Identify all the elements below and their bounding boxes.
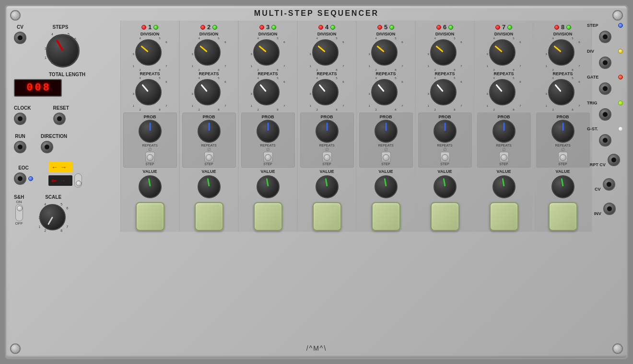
step-2-repeats-toggle-switch[interactable]: [204, 152, 214, 162]
step-1-div-knob[interactable]: [135, 39, 162, 66]
step-2-prob-knob[interactable]: [198, 120, 221, 143]
step-1-repeats-toggle-switch[interactable]: [145, 152, 155, 162]
step-2-repeats-toggle-knob: [206, 154, 212, 161]
step-1-prob-knob[interactable]: [139, 120, 162, 143]
step-7-div-knob[interactable]: [489, 39, 516, 66]
step-6-rep-knob[interactable]: [430, 79, 457, 105]
step-2-button[interactable]: [195, 202, 223, 231]
step-4-button[interactable]: [313, 202, 341, 231]
step-3-repeats-toggle-switch[interactable]: [263, 152, 273, 162]
step-6-repeats-toggle-switch[interactable]: [440, 152, 450, 162]
right-cv-jack[interactable]: [603, 178, 615, 191]
step-8-value-knob[interactable]: [551, 175, 574, 198]
step-1-rep-knob[interactable]: [135, 79, 162, 105]
step-8-div-knob[interactable]: [548, 39, 574, 66]
right-div-jack[interactable]: [599, 57, 611, 69]
run-jack[interactable]: [14, 141, 26, 153]
step-1-button[interactable]: [136, 202, 164, 231]
step-5-value-knob[interactable]: [375, 175, 398, 198]
step-4-div-knob[interactable]: [312, 39, 339, 66]
step-6-button[interactable]: [431, 202, 459, 231]
step-6-prob-knob[interactable]: [434, 120, 457, 143]
step-7-rep-knob[interactable]: [489, 79, 516, 105]
right-gst-jack[interactable]: [599, 134, 611, 147]
step-2-value-knob[interactable]: [198, 175, 221, 198]
direction-jack[interactable]: [41, 141, 53, 153]
step-6-div-knob[interactable]: [430, 39, 457, 66]
step-4-value-knob[interactable]: [316, 175, 339, 198]
right-inv-jack[interactable]: [603, 203, 616, 215]
steps-container: 1 DIVISION 4 5 6 3 7 2 8 1 REPEATS 4 5: [120, 21, 595, 232]
right-step-jack[interactable]: [599, 31, 611, 43]
step-4-prob-knob[interactable]: [316, 120, 339, 143]
step-2-rep-knob[interactable]: [194, 79, 221, 105]
module-body: MULTI-STEP SEQUENCER CV STEPS 4 5 6 3 7 …: [5, 5, 628, 359]
step-8-div-knob-wrapper: 4 5 6 3 7 2 8 1: [546, 37, 580, 71]
corner-screw-tr: [612, 10, 623, 21]
step-3-prob-toggle-row: REPEATS ∅ STEP: [260, 144, 275, 166]
step-1-rep-knob-wrapper: 4 5 6 3 7 2 8 1: [133, 77, 167, 111]
step-2-div-knob-wrapper: 4 5 6 3 7 2 8 1: [192, 37, 226, 71]
right-rptcv-jack[interactable]: [608, 154, 620, 166]
step-2-header: 2: [200, 23, 217, 31]
step-3-rep-knob[interactable]: [253, 79, 280, 105]
step-col-3: 3 DIVISION 4 5 6 3 7 2 8 1 REPEATS 4 5: [238, 21, 297, 232]
step-4-rep-knob[interactable]: [312, 79, 339, 105]
right-gate-led: [618, 75, 623, 80]
step-4-repeats-toggle-switch[interactable]: [322, 152, 332, 162]
step-3-button[interactable]: [254, 202, 282, 231]
step-5-div-knob[interactable]: [371, 39, 398, 66]
right-gate-row: GATE: [587, 75, 623, 80]
step-5-button[interactable]: [372, 202, 400, 231]
step-6-led-green: [448, 25, 453, 30]
step-7-repeats-toggle-switch[interactable]: [499, 152, 509, 162]
step-8-prob-knob[interactable]: [551, 120, 574, 143]
step-7-prob-knob[interactable]: [492, 120, 516, 143]
step-7-value-knob[interactable]: [492, 175, 516, 198]
steps-knob[interactable]: [46, 34, 80, 68]
step-8-prob-label: PROB: [556, 114, 569, 119]
step-5-prob-knob[interactable]: [375, 120, 398, 143]
clock-jack[interactable]: [14, 113, 26, 125]
step-6-value-knob[interactable]: [434, 175, 457, 198]
sh-toggle[interactable]: [15, 204, 23, 221]
step-3-value-knob[interactable]: [257, 175, 280, 198]
right-rptcv-label: RPT CV: [590, 162, 606, 167]
eoc-jack[interactable]: [14, 172, 26, 185]
step-col-6: 6 DIVISION 4 5 6 3 7 2 8 1 REPEATS 4 5: [415, 21, 474, 232]
arrow-right: →: [60, 163, 67, 171]
step-3-header: 3: [259, 23, 276, 31]
step-8-led-green: [566, 25, 571, 30]
step-7-button[interactable]: [490, 202, 518, 231]
step-1-led-green: [153, 25, 158, 30]
right-rptcv-section: RPT CV: [590, 152, 620, 168]
right-gate-jack[interactable]: [599, 82, 611, 95]
reset-jack[interactable]: [53, 113, 66, 125]
arrow-right-2: →: [59, 177, 66, 184]
step-3-prob-knob[interactable]: [257, 120, 280, 143]
step-5-rep-knob[interactable]: [371, 79, 398, 105]
right-gst-row: G-ST.: [587, 126, 623, 131]
sh-scale-row: S&H ON OFF SCALE 4 5 6 3 7: [14, 194, 120, 233]
step-8-rep-label: REPEATS: [553, 71, 573, 76]
step-8-repeats-toggle-switch[interactable]: [558, 152, 568, 162]
total-length-section: TOTAL LENGTH 0 0 8: [14, 72, 120, 97]
scale-knob[interactable]: [39, 204, 66, 230]
step-3-div-knob[interactable]: [253, 39, 280, 66]
step-5-repeats-toggle-switch[interactable]: [381, 152, 391, 162]
direction-toggle[interactable]: [74, 173, 82, 188]
right-trig-jack[interactable]: [599, 108, 611, 121]
step-1-prob-section: PROB REPEATS ∅ STEP: [123, 113, 177, 168]
step-2-div-knob[interactable]: [194, 39, 221, 66]
step-1-led-red: [141, 25, 146, 30]
run-section: RUN: [14, 134, 26, 155]
step-4-prob-section: PROB REPEATS ∅ STEP: [300, 113, 354, 168]
step-6-rep-label: REPEATS: [435, 71, 455, 76]
cv-jack[interactable]: [14, 32, 26, 44]
step-8-button[interactable]: [549, 202, 577, 231]
step-1-value-knob[interactable]: [139, 175, 162, 198]
step-1-value-label: VALUE: [143, 169, 157, 174]
cv-section: CV: [14, 24, 26, 46]
step-8-rep-knob[interactable]: [548, 79, 574, 105]
scale-1: 1: [45, 56, 47, 59]
